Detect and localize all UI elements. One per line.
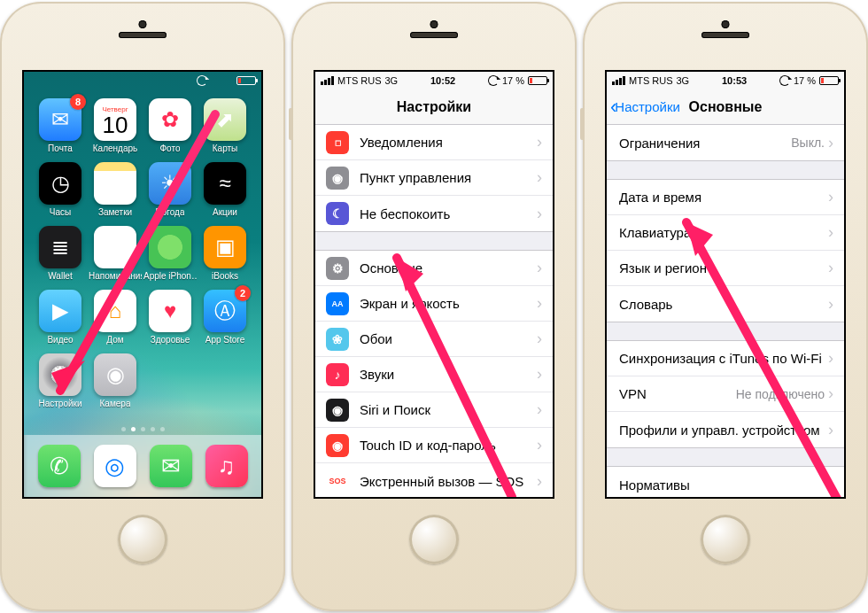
dock-music-icon[interactable]: ♫ (205, 445, 248, 487)
phone-frame-2: MTS RUS 3G 10:52 17 % Настройки ◻︎Уведом… (291, 2, 577, 611)
app-mail[interactable]: ✉8Почта (33, 98, 88, 153)
row-label: Touch ID и код-пароль (360, 438, 537, 453)
app-notes[interactable]: Заметки (88, 162, 143, 217)
find-icon (149, 226, 191, 268)
sos-icon: SOS (326, 469, 349, 493)
chevron-right-icon: › (537, 365, 542, 384)
row-label: Основные (360, 260, 537, 275)
chevron-right-icon: › (537, 400, 542, 419)
display-icon: AA (326, 292, 349, 315)
row-control[interactable]: ◉Пункт управления› (315, 160, 553, 196)
row-label: VPN (619, 386, 736, 401)
general-list[interactable]: ОграниченияВыкл.›Дата и время›Клавиатура… (607, 125, 844, 497)
app-health[interactable]: ♥Здоровье (143, 290, 198, 345)
chevron-right-icon: › (828, 476, 833, 494)
home-button[interactable] (409, 515, 459, 564)
row-profiles[interactable]: Профили и управл. устройством› (607, 412, 844, 447)
app-reminders[interactable]: ≡Напоминания (88, 226, 143, 281)
appstore-icon: Ⓐ2 (204, 290, 246, 332)
app-appstore[interactable]: Ⓐ2App Store (198, 290, 252, 345)
app-home2[interactable]: ⌂Дом (88, 290, 143, 345)
row-label: Профили и управл. устройством (619, 423, 828, 438)
row-sos[interactable]: SOSЭкстренный вызов — SOS› (315, 463, 553, 497)
row-restrictions[interactable]: ОграниченияВыкл.› (607, 125, 844, 160)
app-wallet[interactable]: ≣Wallet (33, 226, 88, 281)
app-settings[interactable]: ⚙Настройки (33, 353, 88, 408)
row-display[interactable]: AAЭкран и яркость› (315, 286, 553, 322)
app-label: Почта (48, 144, 73, 153)
row-detail: Не подключено (736, 387, 825, 401)
dock-messages-icon[interactable]: ✉ (150, 445, 192, 487)
app-ibooks[interactable]: ▣iBooks (198, 226, 252, 281)
row-wallpaper[interactable]: ❀Обои› (315, 322, 553, 357)
app-label: Здоровье (151, 335, 190, 345)
carrier-label: MTS RUS (629, 75, 673, 86)
row-general[interactable]: ⚙Основные› (315, 251, 553, 286)
row-dictionary[interactable]: Словарь› (607, 286, 844, 322)
app-label: Календарь (93, 144, 137, 153)
back-button[interactable]: ‹ Настройки (610, 99, 680, 114)
app-label: Акции (213, 207, 237, 217)
badge: 8 (70, 94, 86, 110)
nav-header: ‹ Настройки Основные (607, 89, 844, 125)
row-label: Нормативы (619, 477, 828, 493)
app-videos[interactable]: ▶Видео (33, 290, 88, 345)
row-regulatory[interactable]: Нормативы› (607, 467, 844, 497)
row-label: Обои (360, 331, 537, 346)
app-stocks[interactable]: ≈Акции (198, 162, 252, 217)
nav-title: Основные (689, 99, 763, 115)
notifications-icon: ◻︎ (326, 131, 349, 154)
dock-safari-icon[interactable]: ◎ (94, 445, 136, 487)
chevron-right-icon: › (828, 259, 833, 277)
dnd-icon: ☾ (326, 202, 349, 225)
row-label: Клавиатура (619, 225, 828, 240)
network-label: 3G (677, 75, 690, 86)
battery-pct: 17 % (502, 75, 524, 86)
page-dots[interactable] (24, 427, 261, 431)
row-keyboard[interactable]: Клавиатура› (607, 215, 844, 251)
earpiece-speaker (119, 32, 167, 38)
app-camera[interactable]: ◉Камера (88, 353, 143, 408)
row-itunes[interactable]: Синхронизация с iTunes по Wi-Fi› (607, 341, 844, 376)
row-dnd[interactable]: ☾Не беспокоить› (315, 196, 553, 231)
row-touchid[interactable]: ◉Touch ID и код-пароль› (315, 428, 553, 463)
row-label: Пункт управления (360, 170, 537, 185)
home-button[interactable] (701, 515, 750, 564)
row-label: Дата и время (619, 190, 828, 205)
videos-icon: ▶ (39, 290, 81, 332)
row-sounds[interactable]: ♪Звуки› (315, 357, 553, 392)
row-notifications[interactable]: ◻︎Уведомления› (315, 125, 553, 160)
home-button[interactable] (118, 515, 167, 564)
app-weather[interactable]: ☀Погода (143, 162, 198, 217)
chevron-right-icon: › (537, 330, 542, 348)
clock-icon: ◷ (39, 162, 81, 205)
app-maps[interactable]: ⬈Карты (198, 98, 252, 153)
app-clock[interactable]: ◷Часы (33, 162, 88, 217)
row-vpn[interactable]: VPNНе подключено› (607, 376, 844, 412)
home-grid: ✉8ПочтаЧетверг10Календарь✿Фото⬈Карты◷Час… (24, 93, 261, 408)
app-label: Wallet (48, 271, 72, 281)
screen-home: MTS RUS 3G 10:52 17 % ✉8ПочтаЧетверг10Ка… (22, 70, 263, 499)
chevron-right-icon: › (828, 295, 833, 314)
app-photos[interactable]: ✿Фото (143, 98, 198, 153)
wallpaper-icon: ❀ (326, 328, 349, 351)
control-icon: ◉ (326, 167, 349, 190)
app-find[interactable]: Apple iPhon… (143, 226, 198, 281)
row-label: Не беспокоить (360, 206, 537, 221)
sync-icon (197, 75, 207, 86)
row-siri[interactable]: ◉Siri и Поиск› (315, 392, 553, 428)
app-label: Фото (160, 144, 181, 153)
camera-icon: ◉ (94, 353, 136, 396)
reminders-icon: ≡ (94, 226, 136, 268)
row-language[interactable]: Язык и регион› (607, 251, 844, 286)
status-bar: MTS RUS 3G 10:52 17 % (315, 72, 553, 89)
touchid-icon: ◉ (326, 434, 349, 457)
settings-list[interactable]: ◻︎Уведомления›◉Пункт управления›☾Не бесп… (315, 125, 553, 497)
screen-settings: MTS RUS 3G 10:52 17 % Настройки ◻︎Уведом… (314, 70, 554, 499)
clock-label: 10:52 (430, 75, 455, 86)
row-datetime[interactable]: Дата и время› (607, 180, 844, 215)
battery-icon (236, 76, 256, 85)
app-calendar[interactable]: Четверг10Календарь (88, 98, 143, 153)
chevron-right-icon: › (537, 133, 542, 151)
dock-phone-icon[interactable]: ✆ (38, 445, 81, 487)
